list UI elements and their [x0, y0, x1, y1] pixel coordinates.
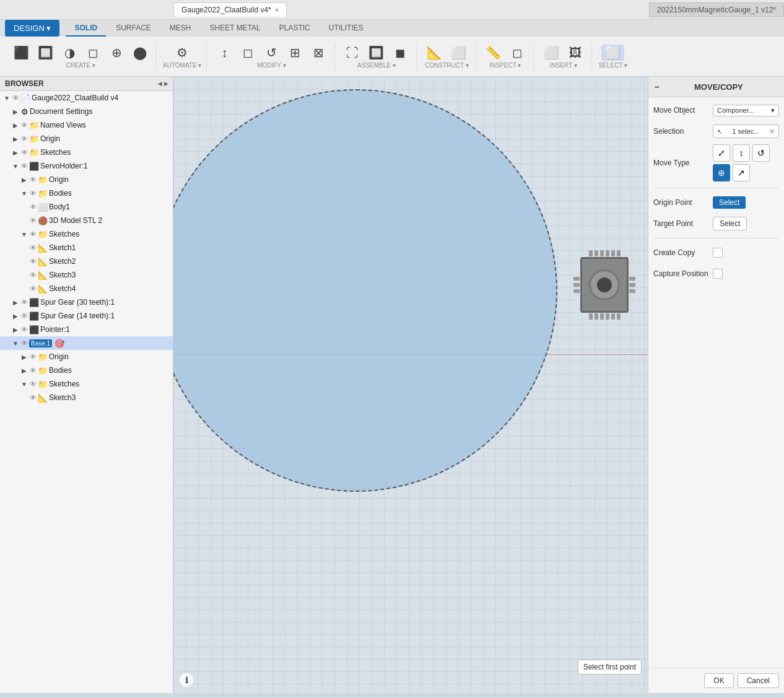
active-tab-close[interactable]: × — [275, 6, 279, 14]
cancel-button[interactable]: Cancel — [738, 673, 779, 688]
create-copy-checkbox[interactable] — [713, 248, 723, 258]
inspect-group-label[interactable]: INSPECT ▾ — [489, 62, 521, 69]
insert-group-label[interactable]: INSERT ▾ — [550, 62, 577, 69]
create-btn-4[interactable]: ◻ — [82, 45, 104, 61]
selection-field[interactable]: ↖ 1 selec... × — [713, 124, 779, 138]
tree-item-root[interactable]: ▼ 👁 📄 Gauge2022_ClaatBuild v4 — [0, 91, 173, 105]
tree-item-sketch3[interactable]: 👁 📐 Sketch3 — [0, 268, 173, 282]
tree-arrow-spurGear30[interactable]: ▶ — [11, 299, 20, 306]
tree-item-stl[interactable]: 👁 🟤 3D Model STL 2 — [0, 214, 173, 227]
selection-clear-btn[interactable]: × — [770, 126, 775, 136]
modify-btn-3[interactable]: ↺ — [260, 45, 282, 61]
inspect-btn-2[interactable]: ◻ — [506, 45, 528, 61]
tree-item-namedViews[interactable]: ▶ 👁 📁 Named Views — [0, 118, 173, 132]
browser-collapse-btn[interactable]: ◂ — [158, 79, 162, 88]
vis-sketch1[interactable]: 👁 — [30, 244, 37, 251]
tree-arrow-sketches1[interactable]: ▶ — [11, 149, 20, 156]
select-btn-main[interactable]: ⬜ — [601, 45, 624, 61]
insert-btn-2[interactable]: 🖼 — [564, 45, 586, 61]
vis-pointer[interactable]: 👁 — [21, 326, 28, 333]
origin-point-select-btn[interactable]: Select — [713, 196, 746, 209]
tab-plastic[interactable]: PLASTIC — [271, 20, 319, 37]
vis-servoHolder[interactable]: 👁 — [21, 162, 28, 170]
info-badge[interactable]: ℹ — [180, 673, 193, 687]
assemble-btn-3[interactable]: ◼ — [389, 45, 411, 61]
active-tab[interactable]: Gauge2022_ClaatBuild v4* × — [173, 2, 287, 17]
modify-btn-4[interactable]: ⊞ — [284, 45, 306, 61]
tree-arrow-base[interactable]: ▼ — [11, 340, 20, 347]
tab-mesh[interactable]: MESH — [161, 20, 200, 37]
capture-position-checkbox[interactable] — [713, 269, 723, 279]
tree-item-base[interactable]: ▼ 👁 Base:1 🎯 — [0, 336, 173, 350]
assemble-group-label[interactable]: ASSEMBLE ▾ — [357, 62, 396, 69]
target-point-select-btn[interactable]: Select — [713, 217, 747, 230]
select-group-label[interactable]: SELECT ▾ — [598, 62, 627, 69]
tree-arrow-docSettings[interactable]: ▶ — [11, 108, 20, 115]
vis-sketch3[interactable]: 👁 — [30, 271, 37, 279]
vis-bodies1[interactable]: 👁 — [30, 190, 37, 197]
tree-item-origin2[interactable]: ▶ 👁 📁 Origin — [0, 173, 173, 186]
construct-btn-2[interactable]: ⬜ — [447, 45, 470, 61]
tab-solid[interactable]: SOLID — [66, 20, 106, 37]
modify-btn-2[interactable]: ◻ — [237, 45, 259, 61]
vis-bodies2[interactable]: 👁 — [30, 367, 37, 374]
tree-item-sketches1[interactable]: ▶ 👁 📁 Sketches — [0, 146, 173, 159]
tree-item-body1[interactable]: 👁 ⬜ Body1 — [0, 200, 173, 214]
vis-sketches3[interactable]: 👁 — [30, 380, 37, 388]
tree-item-sketch1[interactable]: 👁 📐 Sketch1 — [0, 241, 173, 255]
vis-stl[interactable]: 👁 — [30, 217, 37, 224]
viewport[interactable]: ℹ Select first point — [173, 77, 648, 693]
tree-item-sketch3b[interactable]: 👁 📐 Sketch3 — [0, 391, 173, 404]
vis-origin2[interactable]: 👁 — [30, 176, 37, 183]
tree-arrow-namedViews[interactable]: ▶ — [11, 122, 20, 129]
tree-item-sketch4[interactable]: 👁 📐 Sketch4 — [0, 282, 173, 295]
construct-group-label[interactable]: CONSTRUCT ▾ — [425, 62, 468, 69]
tree-item-bodies2[interactable]: ▶ 👁 📁 Bodies — [0, 364, 173, 377]
move-type-btn-3[interactable]: ↺ — [752, 144, 770, 162]
tree-arrow-sketches3[interactable]: ▼ — [20, 381, 28, 388]
create-btn-6[interactable]: ⬤ — [129, 45, 151, 61]
tab-utilities[interactable]: UTILITIES — [320, 20, 372, 37]
assemble-btn-1[interactable]: ⛶ — [341, 45, 364, 61]
vis-spurGear30[interactable]: 👁 — [21, 299, 28, 306]
ok-button[interactable]: OK — [704, 673, 733, 688]
inactive-tab[interactable]: 2022150mmMagneticGauge_1 v12* — [649, 2, 784, 17]
move-type-btn-4[interactable]: ⊕ — [713, 164, 730, 181]
construct-btn-1[interactable]: 📐 — [423, 45, 446, 61]
vis-sketches2[interactable]: 👁 — [30, 230, 37, 238]
tree-arrow-sketches2[interactable]: ▼ — [20, 231, 28, 238]
panel-minimize-icon[interactable]: – — [655, 82, 660, 92]
inspect-btn-1[interactable]: 📏 — [482, 45, 505, 61]
automate-group-label[interactable]: AUTOMATE ▾ — [163, 62, 201, 69]
vis-origin1[interactable]: 👁 — [21, 135, 28, 142]
tree-item-sketch2[interactable]: 👁 📐 Sketch2 — [0, 255, 173, 268]
vis-sketch3b[interactable]: 👁 — [30, 394, 37, 401]
assemble-btn-2[interactable]: 🔲 — [365, 45, 388, 61]
tree-item-bodies1[interactable]: ▼ 👁 📁 Bodies — [0, 186, 173, 200]
automate-btn[interactable]: ⚙ — [171, 45, 193, 61]
vis-sketch2[interactable]: 👁 — [30, 258, 37, 265]
tree-item-origin1[interactable]: ▶ 👁 📁 Origin — [0, 132, 173, 146]
tree-arrow-bodies2[interactable]: ▶ — [20, 367, 28, 374]
tree-arrow-origin1[interactable]: ▶ — [11, 136, 20, 142]
modify-btn-5[interactable]: ⊠ — [307, 45, 329, 61]
insert-btn-1[interactable]: ⬜ — [540, 45, 563, 61]
tab-surface[interactable]: SURFACE — [107, 20, 160, 37]
tree-arrow-origin3[interactable]: ▶ — [20, 354, 28, 360]
vis-sketches1[interactable]: 👁 — [21, 149, 28, 156]
tree-item-sketches2[interactable]: ▼ 👁 📁 Sketches — [0, 227, 173, 241]
move-type-btn-1[interactable]: ⤢ — [713, 144, 730, 162]
vis-origin3[interactable]: 👁 — [30, 353, 37, 360]
browser-expand-btn[interactable]: ▸ — [164, 79, 168, 88]
create-btn-2[interactable]: 🔲 — [34, 45, 57, 61]
tree-arrow-root[interactable]: ▼ — [2, 95, 11, 102]
vis-spurGear14[interactable]: 👁 — [21, 312, 28, 320]
vis-sketch4[interactable]: 👁 — [30, 285, 37, 292]
tree-item-sketches3[interactable]: ▼ 👁 📁 Sketches — [0, 377, 173, 391]
tree-item-origin3[interactable]: ▶ 👁 📁 Origin — [0, 350, 173, 364]
tab-sheetmetal[interactable]: SHEET METAL — [201, 20, 269, 37]
modify-btn-1[interactable]: ↕ — [213, 45, 235, 61]
create-btn-1[interactable]: ⬛ — [10, 45, 33, 61]
move-object-dropdown[interactable]: Componer... ▾ — [713, 105, 779, 116]
tree-item-docSettings[interactable]: ▶ ⚙ Document Settings — [0, 105, 173, 118]
